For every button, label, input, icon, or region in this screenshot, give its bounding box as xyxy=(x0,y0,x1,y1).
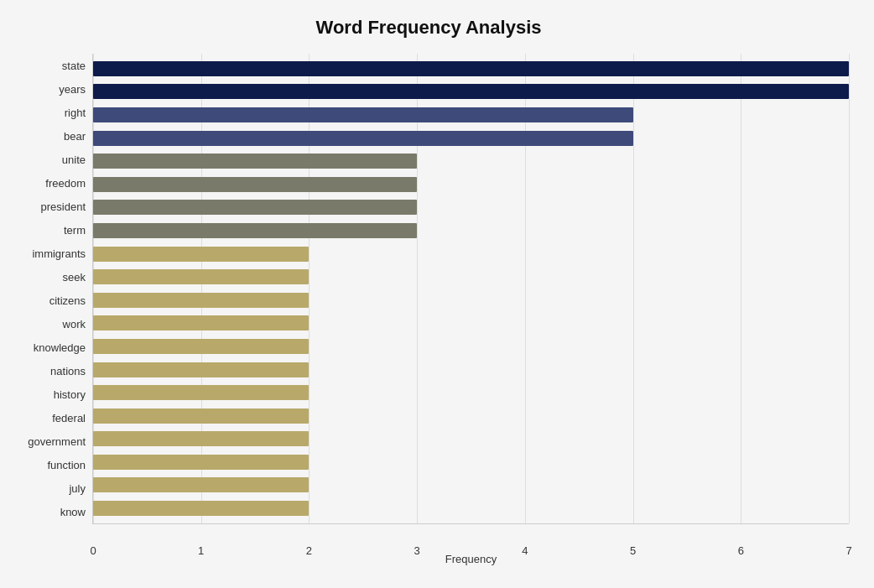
bar xyxy=(93,408,309,424)
bar-row xyxy=(93,107,849,123)
y-label: nations xyxy=(50,362,86,381)
bar-row xyxy=(93,454,849,471)
chart-title: Word Frequency Analysis xyxy=(8,17,849,39)
y-label: term xyxy=(64,221,86,239)
bar-row xyxy=(93,476,849,493)
x-axis-title: Frequency xyxy=(93,553,849,565)
bar xyxy=(93,247,309,262)
bar xyxy=(93,200,417,215)
bar-row xyxy=(93,430,849,447)
grid-line xyxy=(849,54,850,523)
bar xyxy=(93,293,309,308)
bar-row xyxy=(93,153,849,169)
bar xyxy=(93,362,309,377)
bar-row xyxy=(93,408,849,424)
bar-row xyxy=(93,268,849,285)
y-label: bear xyxy=(64,127,86,145)
bar xyxy=(93,431,309,446)
y-label: history xyxy=(54,386,86,404)
bar-row xyxy=(93,292,849,309)
bar-row xyxy=(93,60,849,77)
y-label: immigrants xyxy=(32,244,86,263)
y-label: government xyxy=(28,433,86,451)
bar-row xyxy=(93,338,849,355)
bar xyxy=(93,177,417,192)
bar-row xyxy=(93,222,849,239)
y-label: years xyxy=(59,80,86,98)
bar-row xyxy=(93,176,849,193)
bar xyxy=(93,131,633,146)
bar-row xyxy=(93,315,849,331)
plot-area: 01234567 Frequency xyxy=(92,54,849,524)
bar xyxy=(93,501,309,516)
bar-row xyxy=(93,83,849,100)
y-label: function xyxy=(47,456,86,475)
y-label: president xyxy=(41,197,86,216)
chart-container: Word Frequency Analysis stateyearsrightb… xyxy=(0,0,874,588)
bar xyxy=(93,477,309,492)
bar-row xyxy=(93,199,849,216)
bar xyxy=(93,107,633,122)
y-label: federal xyxy=(52,409,86,428)
bar-row xyxy=(93,246,849,263)
bars-container xyxy=(93,54,849,523)
chart-area: stateyearsrightbearunitefreedompresident… xyxy=(8,54,849,524)
bar xyxy=(93,154,417,169)
y-label: know xyxy=(60,503,86,522)
bar-row xyxy=(93,384,849,401)
bar xyxy=(93,339,309,354)
bar xyxy=(93,61,849,76)
y-label: state xyxy=(62,56,86,75)
y-label: right xyxy=(65,103,86,122)
y-label: freedom xyxy=(45,174,86,192)
y-label: july xyxy=(69,480,86,498)
y-label: unite xyxy=(62,150,86,169)
y-axis: stateyearsrightbearunitefreedompresident… xyxy=(8,54,92,524)
bar xyxy=(93,223,417,238)
y-label: seek xyxy=(63,268,86,286)
bar xyxy=(93,315,309,330)
bar xyxy=(93,84,849,99)
y-label: work xyxy=(63,315,86,334)
bar xyxy=(93,455,309,470)
bar-row xyxy=(93,130,849,147)
y-label: citizens xyxy=(49,291,86,310)
y-label: knowledge xyxy=(34,339,86,357)
bar-row xyxy=(93,500,849,517)
bar-row xyxy=(93,362,849,378)
bar xyxy=(93,385,309,400)
bar xyxy=(93,269,309,284)
